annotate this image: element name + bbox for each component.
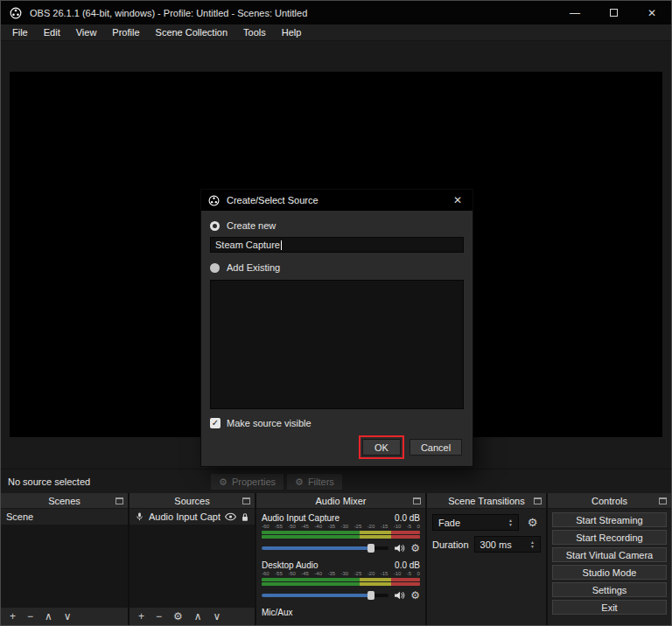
cancel-button[interactable]: Cancel — [410, 439, 462, 456]
filters-button[interactable]: ⚙ Filters — [287, 474, 342, 490]
window-title: OBS 26.1.1 (64-bit, windows) - Profile: … — [30, 8, 556, 18]
scene-list-item[interactable]: Scene — [1, 509, 128, 525]
menu-file[interactable]: File — [4, 24, 36, 41]
minimize-button[interactable]: — — [556, 1, 594, 24]
lock-icon[interactable] — [241, 512, 249, 522]
source-action-buttons: ⚙ Properties ⚙ Filters — [211, 474, 342, 490]
volume-slider[interactable] — [262, 594, 388, 597]
obs-window: OBS 26.1.1 (64-bit, windows) - Profile: … — [0, 0, 672, 626]
settings-button[interactable]: Settings — [552, 582, 667, 597]
visibility-eye-icon[interactable] — [225, 512, 236, 521]
create-select-source-dialog: Create/Select Source ✕ Create new Steam … — [200, 189, 473, 467]
scenes-list[interactable]: Scene — [1, 509, 128, 607]
db-scale: -60-55-50-45-40-35-30-25-20-15-10-50 — [262, 571, 420, 577]
obs-logo-icon — [208, 195, 220, 206]
status-message: No source selected — [8, 476, 90, 487]
menu-view[interactable]: View — [68, 24, 105, 41]
scene-name: Scene — [6, 511, 122, 522]
radio-unselected-icon[interactable] — [210, 263, 220, 273]
volume-slider-handle[interactable] — [368, 544, 374, 553]
audio-mixer-dock: Audio Mixer Audio Input Capture 0.0 dB -… — [256, 493, 425, 625]
mixer-title: Audio Mixer — [315, 496, 366, 506]
source-name-value: Steam Capture — [215, 240, 280, 250]
scenes-body: Scene + − ∧ ∨ — [1, 509, 128, 625]
properties-label: Properties — [232, 476, 276, 487]
create-new-radio-row[interactable]: Create new — [210, 218, 464, 233]
maximize-button[interactable] — [594, 1, 633, 24]
make-visible-row[interactable]: ✓ Make source visible — [210, 418, 464, 428]
scenes-dock-header[interactable]: Scenes — [1, 493, 128, 509]
existing-sources-list[interactable] — [210, 280, 464, 409]
remove-scene-button[interactable]: − — [27, 610, 33, 623]
dialog-close-button[interactable]: ✕ — [450, 194, 466, 206]
dock-area: Scenes Scene + − ∧ ∨ Sources — [1, 493, 671, 625]
channel-level: 0.0 dB — [395, 560, 420, 570]
mixer-dock-header[interactable]: Audio Mixer — [256, 493, 425, 509]
start-virtual-camera-button[interactable]: Start Virtual Camera — [552, 547, 667, 562]
properties-button[interactable]: ⚙ Properties — [211, 474, 284, 490]
spinbox-arrows-icon[interactable]: ▲ ▼ — [530, 540, 535, 549]
add-existing-label: Add Existing — [227, 262, 280, 273]
source-properties-gear-button[interactable]: ⚙ — [173, 610, 183, 623]
scene-up-button[interactable]: ∧ — [45, 610, 52, 623]
db-scale: -60-55-50-45-40-35-30-25-20-15-10-50 — [262, 524, 420, 530]
remove-source-button[interactable]: − — [156, 610, 162, 623]
gear-icon: ⚙ — [219, 476, 228, 488]
transition-gear-button[interactable]: ⚙ — [524, 514, 541, 531]
channel-gear-icon[interactable]: ⚙ — [410, 543, 420, 553]
obs-logo-icon — [10, 7, 22, 19]
dock-popout-icon[interactable] — [116, 497, 123, 504]
channel-gear-icon[interactable]: ⚙ — [410, 590, 420, 601]
sources-dock-header[interactable]: Sources — [130, 493, 255, 509]
start-streaming-button[interactable]: Start Streaming — [552, 512, 667, 527]
close-button[interactable]: ✕ — [633, 1, 671, 24]
exit-button[interactable]: Exit — [552, 600, 667, 615]
duration-spinbox[interactable]: 300 ms ▲ ▼ — [474, 536, 541, 553]
menu-profile[interactable]: Profile — [104, 24, 147, 41]
controls-dock-header[interactable]: Controls — [548, 493, 671, 509]
scenes-title: Scenes — [48, 496, 80, 506]
volume-slider[interactable] — [262, 546, 388, 550]
scene-down-button[interactable]: ∨ — [64, 610, 72, 623]
add-source-button[interactable]: + — [138, 610, 144, 623]
source-name: Audio Input Captu... — [149, 511, 220, 522]
source-up-button[interactable]: ∧ — [194, 610, 202, 623]
channel-level: 0.0 dB — [395, 513, 420, 523]
level-meter — [262, 582, 420, 586]
menu-help[interactable]: Help — [274, 24, 310, 41]
dock-popout-icon[interactable] — [659, 497, 667, 504]
scenes-toolbar: + − ∧ ∨ — [1, 607, 128, 625]
source-list-item[interactable]: Audio Input Captu... — [130, 509, 255, 525]
source-down-button[interactable]: ∨ — [214, 610, 221, 623]
menu-tools[interactable]: Tools — [235, 24, 274, 41]
transition-select[interactable]: Fade ▲ ▼ — [432, 514, 519, 531]
ok-button[interactable]: OK — [362, 439, 401, 456]
dock-popout-icon[interactable] — [534, 497, 542, 504]
scene-transitions-dock: Scene Transitions Fade ▲ ▼ ⚙ — [427, 493, 546, 625]
channel-name: Desktop Audio — [262, 560, 318, 570]
menu-scene-collection[interactable]: Scene Collection — [148, 24, 236, 41]
transitions-dock-header[interactable]: Scene Transitions — [427, 493, 546, 509]
check-icon: ✓ — [212, 418, 219, 428]
studio-mode-button[interactable]: Studio Mode — [552, 565, 667, 580]
volume-slider-handle[interactable] — [368, 591, 374, 600]
radio-selected-icon[interactable] — [210, 221, 220, 231]
sources-list[interactable]: Audio Input Captu... — [130, 509, 255, 607]
transitions-body: Fade ▲ ▼ ⚙ Duration 300 ms — [427, 509, 546, 625]
checkbox-checked-icon[interactable]: ✓ — [210, 418, 220, 428]
mixer-channel: Desktop Audio 0.0 dB -60-55-50-45-40-35-… — [262, 560, 420, 602]
combo-arrows-icon[interactable]: ▲ ▼ — [508, 518, 513, 527]
add-scene-button[interactable]: + — [10, 610, 16, 623]
speaker-icon[interactable] — [394, 590, 405, 601]
source-name-input[interactable]: Steam Capture — [210, 237, 464, 253]
title-bar: OBS 26.1.1 (64-bit, windows) - Profile: … — [1, 1, 671, 24]
add-existing-radio-row[interactable]: Add Existing — [210, 260, 464, 275]
close-icon: ✕ — [453, 194, 462, 206]
start-recording-button[interactable]: Start Recording — [552, 530, 667, 545]
dock-popout-icon[interactable] — [413, 497, 421, 504]
menu-edit[interactable]: Edit — [36, 24, 68, 41]
speaker-icon[interactable] — [394, 543, 405, 553]
dock-popout-icon[interactable] — [242, 497, 250, 504]
minimize-icon: — — [570, 7, 580, 19]
mixer-channel: Mic/Aux — [262, 607, 420, 617]
